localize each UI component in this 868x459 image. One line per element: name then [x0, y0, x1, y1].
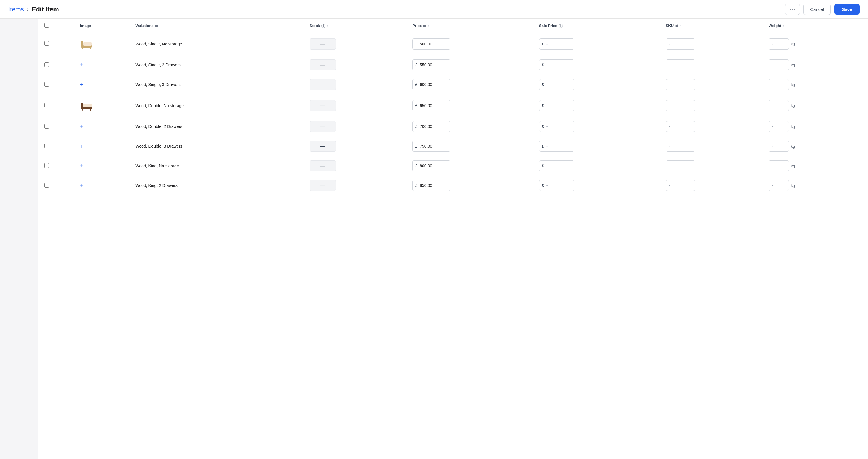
svg-rect-2	[83, 42, 92, 46]
variations-col-label: Variations	[135, 24, 153, 28]
row-checkbox[interactable]	[44, 103, 49, 108]
price-input[interactable]	[420, 144, 450, 149]
stock-input[interactable]: —	[310, 160, 336, 172]
add-image-icon[interactable]: +	[80, 143, 83, 149]
price-input[interactable]	[420, 82, 450, 87]
weight-input[interactable]	[769, 160, 789, 172]
price-input[interactable]	[420, 124, 450, 129]
more-options-button[interactable]: ···	[785, 3, 800, 15]
price-currency: £	[412, 124, 420, 129]
sale-price-info-icon[interactable]: i	[559, 24, 563, 28]
sale-price-input[interactable]	[547, 42, 574, 47]
image-cell: +	[76, 117, 132, 136]
stock-input[interactable]: —	[310, 79, 336, 90]
select-cell	[38, 55, 76, 75]
variation-name: Wood, Single, 3 Drawers	[135, 82, 181, 87]
stock-info-icon[interactable]: i	[321, 24, 326, 28]
th-sale-price: Sale Price i ↑	[535, 19, 662, 33]
stock-cell: —	[306, 75, 409, 94]
price-field: £	[412, 141, 451, 152]
stock-input[interactable]: —	[310, 59, 336, 70]
row-checkbox[interactable]	[44, 41, 49, 46]
table-row: + Wood, Single, 3 Drawers — £ £	[38, 75, 868, 94]
stock-input[interactable]: —	[310, 180, 336, 191]
price-input[interactable]	[420, 103, 450, 108]
sale-price-input[interactable]	[547, 103, 574, 108]
sale-price-input[interactable]	[547, 124, 574, 129]
weight-input[interactable]	[769, 79, 789, 90]
th-sku: SKU ⇄ ↑	[662, 19, 765, 33]
sku-sort-icon[interactable]: ↑	[680, 24, 681, 28]
price-input[interactable]	[420, 42, 450, 47]
weight-unit: kg	[791, 103, 795, 108]
stock-input[interactable]: —	[310, 121, 336, 132]
sku-sync-icon[interactable]: ⇄	[675, 24, 678, 28]
price-input[interactable]	[420, 163, 450, 168]
sku-col-label: SKU	[666, 24, 674, 28]
sale-price-cell: £	[535, 55, 662, 75]
sku-input[interactable]	[666, 38, 695, 50]
sku-input[interactable]	[666, 141, 695, 152]
variation-name: Wood, Double, 3 Drawers	[135, 144, 182, 149]
select-all-checkbox[interactable]	[44, 23, 49, 28]
weight-cell: kg	[765, 156, 868, 176]
price-sync-icon[interactable]: ⇄	[423, 24, 426, 28]
sku-input[interactable]	[666, 79, 695, 90]
stock-input[interactable]: —	[310, 38, 336, 50]
save-button[interactable]: Save	[834, 4, 860, 15]
sku-input[interactable]	[666, 100, 695, 111]
price-field: £	[412, 160, 451, 172]
sku-cell	[662, 94, 765, 117]
sku-input[interactable]	[666, 59, 695, 70]
row-checkbox[interactable]	[44, 82, 49, 87]
price-input[interactable]	[420, 62, 450, 67]
stock-input[interactable]: —	[310, 100, 336, 111]
sale-price-input[interactable]	[547, 144, 574, 149]
weight-input[interactable]	[769, 121, 789, 132]
sale-price-sort-icon[interactable]: ↑	[564, 24, 566, 28]
weight-sort-icon[interactable]: ↑	[783, 24, 784, 28]
sale-price-input[interactable]	[547, 62, 574, 67]
weight-input[interactable]	[769, 180, 789, 191]
sku-input[interactable]	[666, 121, 695, 132]
add-image-icon[interactable]: +	[80, 62, 83, 68]
breadcrumb-items-link[interactable]: Items	[8, 6, 24, 13]
sale-price-input[interactable]	[547, 183, 574, 188]
sale-price-cell: £	[535, 75, 662, 94]
table-row: Wood, Double, No storage — £ £ kg	[38, 94, 868, 117]
stock-cell: —	[306, 117, 409, 136]
sale-price-currency: £	[539, 163, 547, 168]
weight-input[interactable]	[769, 100, 789, 111]
add-image-icon[interactable]: +	[80, 81, 83, 88]
variations-table: Image Variations ⇄ Stock i ↑	[38, 19, 868, 195]
cancel-button[interactable]: Cancel	[803, 3, 831, 15]
sku-input[interactable]	[666, 180, 695, 191]
add-image-icon[interactable]: +	[80, 182, 83, 189]
weight-input[interactable]	[769, 59, 789, 70]
image-cell	[76, 33, 132, 55]
row-checkbox[interactable]	[44, 144, 49, 148]
row-checkbox[interactable]	[44, 124, 49, 128]
stock-input[interactable]: —	[310, 141, 336, 152]
sku-input[interactable]	[666, 160, 695, 172]
sale-price-input[interactable]	[547, 82, 574, 87]
weight-input[interactable]	[769, 38, 789, 50]
add-image-icon[interactable]: +	[80, 123, 83, 130]
price-sort-icon[interactable]: ↑	[428, 24, 429, 28]
weight-unit: kg	[791, 42, 795, 46]
variation-name: Wood, Double, 2 Drawers	[135, 124, 182, 129]
stock-cell: —	[306, 136, 409, 156]
row-checkbox[interactable]	[44, 183, 49, 187]
price-currency: £	[412, 82, 420, 87]
row-checkbox[interactable]	[44, 62, 49, 67]
price-input[interactable]	[420, 183, 450, 188]
svg-rect-6	[81, 103, 83, 107]
weight-input[interactable]	[769, 141, 789, 152]
price-currency: £	[412, 103, 420, 108]
weight-unit: kg	[791, 124, 795, 129]
variations-sync-icon[interactable]: ⇄	[155, 24, 158, 28]
add-image-icon[interactable]: +	[80, 162, 83, 169]
stock-sort-icon[interactable]: ↑	[327, 24, 329, 28]
sale-price-input[interactable]	[547, 163, 574, 168]
row-checkbox[interactable]	[44, 163, 49, 168]
